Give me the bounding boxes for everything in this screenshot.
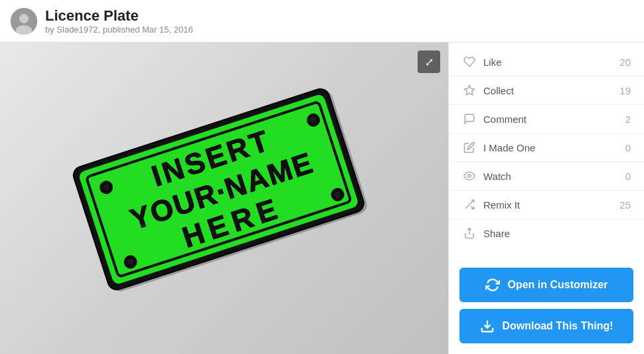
share-icon — [462, 226, 477, 240]
imadeone-label: I Made One — [483, 142, 625, 153]
page-title: Licence Plate — [45, 7, 193, 25]
comment-count: 2 — [625, 114, 631, 125]
action-item-watch[interactable]: Watch 0 — [449, 162, 644, 191]
comment-label: Comment — [483, 114, 625, 125]
action-item-imadeone[interactable]: I Made One 0 — [449, 133, 644, 162]
heart-icon — [462, 54, 477, 69]
collect-icon — [462, 83, 477, 98]
license-plate-svg: INSERT YOUR·NAME HERE — [68, 81, 376, 300]
watch-label: Watch — [483, 171, 625, 182]
watch-count: 0 — [625, 171, 631, 182]
remix-icon — [462, 197, 477, 212]
svg-point-1 — [19, 14, 29, 23]
download-button-label: Download This Thing! — [502, 320, 613, 332]
action-item-share[interactable]: Share — [449, 219, 644, 247]
action-item-collect[interactable]: Collect 19 — [449, 76, 644, 105]
action-item-like[interactable]: Like 20 — [449, 48, 644, 76]
imadeone-icon — [462, 140, 477, 155]
customizer-button-label: Open in Customizer — [507, 279, 607, 291]
main-content: ⤢ INSERT — [0, 43, 644, 354]
sidebar-buttons: Open in Customizer Download This Thing! — [449, 260, 644, 354]
action-list: Like 20 Collect 19 — [449, 43, 644, 260]
svg-point-19 — [468, 175, 471, 178]
share-label: Share — [483, 228, 631, 239]
imadeone-count: 0 — [625, 142, 631, 153]
download-icon — [479, 318, 495, 334]
open-customizer-button[interactable]: Open in Customizer — [459, 268, 633, 302]
action-item-remix[interactable]: Remix It 25 — [449, 191, 644, 219]
collect-count: 19 — [619, 85, 631, 96]
action-item-comment[interactable]: Comment 2 — [449, 105, 644, 133]
expand-button[interactable]: ⤢ — [418, 50, 440, 73]
preview-area: ⤢ INSERT — [0, 43, 448, 354]
collect-label: Collect — [483, 85, 619, 96]
remix-count: 25 — [619, 199, 631, 211]
avatar — [11, 8, 37, 35]
sidebar: Like 20 Collect 19 — [448, 43, 644, 354]
plate-container: INSERT YOUR·NAME HERE — [68, 81, 377, 302]
page-header: Licence Plate by Slade1972, published Ma… — [0, 0, 644, 43]
svg-marker-18 — [465, 86, 475, 95]
like-label: Like — [483, 56, 619, 68]
title-block: Licence Plate by Slade1972, published Ma… — [45, 7, 193, 35]
watch-icon — [462, 169, 477, 183]
customizer-icon — [485, 277, 501, 293]
comment-icon — [462, 112, 477, 126]
remix-label: Remix It — [483, 199, 619, 211]
page-subtitle: by Slade1972, published Mar 15, 2016 — [45, 25, 193, 35]
download-button[interactable]: Download This Thing! — [459, 309, 633, 343]
like-count: 20 — [619, 56, 631, 68]
